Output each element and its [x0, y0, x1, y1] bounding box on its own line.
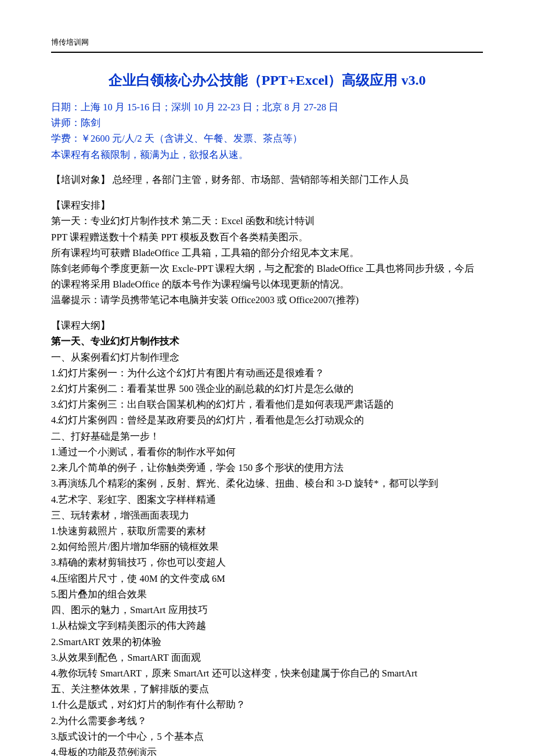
- outline-item: 3.版式设计的一个中心，5 个基本点: [51, 729, 483, 744]
- schedule-line: PPT 课程赠送数十个精美 PPT 模板及数百个各类精美图示。: [51, 229, 483, 245]
- section-heading: 五、关注整体效果，了解排版的要点: [51, 681, 483, 697]
- outline-item: 3.幻灯片案例三：出自联合国某机构的幻灯片，看看他们是如何表现严肃话题的: [51, 397, 483, 412]
- outline-item: 2.SmartART 效果的初体验: [51, 634, 483, 650]
- site-header: 博传培训网: [51, 36, 483, 53]
- section-heading: 一、从案例看幻灯片制作理念: [51, 350, 483, 365]
- schedule-line: 温馨提示：请学员携带笔记本电脑并安装 Office2003 或 Office20…: [51, 292, 483, 308]
- audience-text: 总经理，各部门主管，财务部、市场部、营销部等相关部门工作人员: [110, 174, 409, 185]
- meta-quota: 本课程有名额限制，额满为止，欲报名从速。: [51, 147, 483, 163]
- outline-item: 1.什么是版式，对幻灯片的制作有什么帮助？: [51, 697, 483, 712]
- schedule-line: 第一天：专业幻灯片制作技术 第二天：Excel 函数和统计特训: [51, 213, 483, 229]
- outline-item: 3.再演练几个精彩的案例，反射、辉光、柔化边缘、扭曲、棱台和 3-D 旋转*，都…: [51, 476, 483, 491]
- section-heading: 二、打好基础是第一步！: [51, 429, 483, 444]
- meta-fee: 学费：￥2600 元/人/2 天（含讲义、午餐、发票、茶点等）: [51, 131, 483, 146]
- outline-item: 4.幻灯片案例四：曾经是某政府要员的幻灯片，看看他是怎么打动观众的: [51, 412, 483, 428]
- outline-item: 4.艺术字、彩虹字、图案文字样样精通: [51, 492, 483, 507]
- outline-item: 2.为什么需要参考线？: [51, 713, 483, 729]
- document-page: 博传培训网 企业白领核心办公技能（PPT+Excel）高级应用 v3.0 日期：…: [0, 0, 534, 756]
- schedule-label: 【课程安排】: [51, 197, 483, 213]
- outline-item: 4.母板的功能及范例演示: [51, 744, 483, 756]
- outline-item: 1.快速剪裁照片，获取所需要的素材: [51, 523, 483, 539]
- doc-title: 企业白领核心办公技能（PPT+Excel）高级应用 v3.0: [51, 69, 483, 92]
- meta-lecturer: 讲师：陈剑: [51, 115, 483, 131]
- outline-label: 【课程大纲】: [51, 318, 483, 333]
- meta-block: 日期：上海 10 月 15-16 日；深圳 10 月 22-23 日；北京 8 …: [51, 99, 483, 163]
- outline-item: 4.教你玩转 SmartART，原来 SmartArt 还可以这样变，快来创建属…: [51, 665, 483, 681]
- outline-item: 4.压缩图片尺寸，使 40M 的文件变成 6M: [51, 571, 483, 586]
- day1-title: 第一天、专业幻灯片制作技术: [51, 333, 483, 349]
- schedule-line: 陈剑老师每个季度更新一次 Excle-PPT 课程大纲，与之配套的 BladeO…: [51, 261, 483, 292]
- section-heading: 四、图示的魅力，SmartArt 应用技巧: [51, 602, 483, 618]
- outline-item: 1.从枯燥文字到精美图示的伟大跨越: [51, 618, 483, 633]
- outline-item: 1.幻灯片案例一：为什么这个幻灯片有图片有动画还是很难看？: [51, 365, 483, 381]
- outline-item: 5.图片叠加的组合效果: [51, 586, 483, 602]
- outline-item: 2.如何给照片/图片增加华丽的镜框效果: [51, 539, 483, 555]
- section-heading: 三、玩转素材，增强画面表现力: [51, 507, 483, 523]
- audience-line: 【培训对象】 总经理，各部门主管，财务部、市场部、营销部等相关部门工作人员: [51, 172, 483, 188]
- outline-item: 3.从效果到配色，SmartART 面面观: [51, 650, 483, 665]
- meta-date: 日期：上海 10 月 15-16 日；深圳 10 月 22-23 日；北京 8 …: [51, 99, 483, 115]
- outline-item: 2.来几个简单的例子，让你触类旁通，学会 150 多个形状的使用方法: [51, 460, 483, 476]
- schedule-line: 所有课程均可获赠 BladeOffice 工具箱，工具箱的部分介绍见本文末尾。: [51, 245, 483, 261]
- audience-label: 【培训对象】: [51, 174, 110, 185]
- outline-item: 2.幻灯片案例二：看看某世界 500 强企业的副总裁的幻灯片是怎么做的: [51, 381, 483, 397]
- outline-item: 3.精确的素材剪辑技巧，你也可以变超人: [51, 555, 483, 570]
- outline-item: 1.通过一个小测试，看看你的制作水平如何: [51, 444, 483, 460]
